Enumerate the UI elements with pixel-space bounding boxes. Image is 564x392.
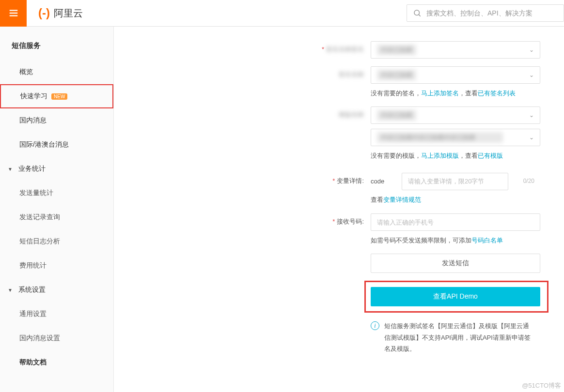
form-row-info: i 短信服务测试签名【阿里云通信】及模版【阿里云通信测试模版】不支持API调用，… bbox=[114, 320, 549, 354]
sidebar-item-intl[interactable]: 国际/港澳台消息 bbox=[0, 133, 113, 157]
form-label-redacted: *签名名称签名 bbox=[114, 41, 371, 54]
sidebar-group-stats[interactable]: ▼ 业务统计 bbox=[0, 157, 113, 181]
svg-line-4 bbox=[419, 15, 420, 16]
var-helper: 查看变量详情规范 bbox=[371, 195, 540, 205]
main: 短信服务 概览 快速学习 NEW 国内消息 国际/港澳台消息 ▼ 业务统计 发送… bbox=[0, 27, 564, 392]
variable-input[interactable] bbox=[402, 173, 508, 190]
form-row-select1: *签名名称签名 内容已隐藏 ⌄ bbox=[114, 41, 549, 59]
api-demo-highlight-box: 查看API Demo bbox=[364, 281, 548, 313]
link-var-spec[interactable]: 变量详情规范 bbox=[383, 196, 421, 203]
sidebar-item-label: 快速学习 bbox=[20, 92, 47, 101]
sidebar-item-label: 国际/港澳台消息 bbox=[19, 140, 69, 149]
content: *签名名称签名 内容已隐藏 ⌄ 签名名称 内容已隐藏 ⌄ 没有需要的签名，马上添… bbox=[114, 27, 564, 392]
sidebar-item-send-stats[interactable]: 发送量统计 bbox=[0, 181, 113, 205]
sidebar-item-send-records[interactable]: 发送记录查询 bbox=[0, 205, 113, 229]
sidebar-item-help-docs[interactable]: 帮助文档 bbox=[0, 350, 113, 375]
form-row-select2: 签名名称 内容已隐藏 ⌄ 没有需要的签名，马上添加签名，查看已有签名列表 bbox=[114, 66, 549, 99]
send-sms-button[interactable]: 发送短信 bbox=[371, 254, 540, 273]
view-api-demo-button[interactable]: 查看API Demo bbox=[371, 287, 540, 306]
caret-down-icon: ▼ bbox=[8, 166, 13, 172]
info-text: 短信服务测试签名【阿里云通信】及模版【阿里云通信测试模版】不支持API调用，调试… bbox=[384, 320, 534, 354]
sidebar-item-label: 国内消息设置 bbox=[19, 334, 60, 343]
phone-helper: 如需号码不受发送频率限制，可添加号码白名单 bbox=[371, 236, 540, 246]
phone-input[interactable] bbox=[371, 213, 540, 231]
sidebar-item-label: 概览 bbox=[19, 68, 33, 76]
sidebar-item-domestic[interactable]: 国内消息 bbox=[0, 108, 113, 133]
sidebar-item-label: 费用统计 bbox=[19, 261, 47, 270]
form-label-redacted: 模版名称 bbox=[114, 106, 371, 119]
link-add-template[interactable]: 马上添加模版 bbox=[421, 152, 459, 159]
link-add-signature[interactable]: 马上添加签名 bbox=[421, 90, 459, 97]
form-label-empty bbox=[114, 129, 371, 133]
menu-button[interactable] bbox=[0, 0, 27, 27]
sidebar-title: 短信服务 bbox=[0, 27, 113, 60]
select-value-redacted: 内容已隐藏 bbox=[377, 70, 416, 80]
caret-down-icon: ▼ bbox=[8, 287, 13, 293]
logo-mark-icon: (-) bbox=[38, 6, 50, 20]
link-signature-list[interactable]: 已有签名列表 bbox=[478, 90, 516, 97]
sidebar: 短信服务 概览 快速学习 NEW 国内消息 国际/港澳台消息 ▼ 业务统计 发送… bbox=[0, 27, 114, 392]
form-row-api-demo: 查看API Demo bbox=[114, 281, 549, 313]
sidebar-item-domestic-settings[interactable]: 国内消息设置 bbox=[0, 326, 113, 350]
sidebar-item-general-settings[interactable]: 通用设置 bbox=[0, 302, 113, 326]
select-value-redacted: 内容已隐藏内容已隐藏内容已隐藏 bbox=[377, 132, 503, 143]
sidebar-item-cost-stats[interactable]: 费用统计 bbox=[0, 254, 113, 278]
info-icon: i bbox=[371, 321, 379, 330]
signature-helper: 没有需要的签名，马上添加签名，查看已有签名列表 bbox=[371, 89, 540, 99]
select-value-redacted: 内容已隐藏 bbox=[377, 45, 416, 55]
form-row-select4: 内容已隐藏内容已隐藏内容已隐藏 ⌄ 没有需要的模版，马上添加模版，查看已有模版 bbox=[114, 129, 549, 161]
sidebar-group-label: 系统设置 bbox=[18, 286, 46, 294]
search-box[interactable] bbox=[407, 4, 564, 22]
link-template-list[interactable]: 已有模版 bbox=[478, 152, 503, 159]
form-row-send-btn: 发送短信 bbox=[114, 254, 549, 273]
form-label-phone: *接收号码: bbox=[114, 213, 371, 226]
logo[interactable]: (-) 阿里云 bbox=[38, 6, 83, 20]
select-field-3[interactable]: 内容已隐藏 ⌄ bbox=[371, 106, 540, 124]
sidebar-item-log-analysis[interactable]: 短信日志分析 bbox=[0, 229, 113, 254]
sidebar-group-label: 业务统计 bbox=[18, 165, 46, 173]
svg-point-3 bbox=[414, 10, 420, 15]
form-label-redacted: 签名名称 bbox=[114, 66, 371, 79]
new-badge: NEW bbox=[51, 93, 67, 100]
var-char-count: 0/20 bbox=[523, 178, 534, 184]
sidebar-item-overview[interactable]: 概览 bbox=[0, 60, 113, 84]
sidebar-item-quick-learn[interactable]: 快速学习 NEW bbox=[0, 84, 113, 108]
header: (-) 阿里云 bbox=[0, 0, 564, 27]
select-value-redacted: 内容已隐藏 bbox=[377, 110, 416, 121]
form-row-select3: 模版名称 内容已隐藏 ⌄ bbox=[114, 106, 549, 124]
watermark: @51CTO博客 bbox=[522, 381, 561, 390]
sidebar-item-label: 发送量统计 bbox=[19, 189, 53, 197]
chevron-down-icon: ⌄ bbox=[529, 112, 534, 119]
link-whitelist[interactable]: 号码白名单 bbox=[471, 237, 503, 244]
chevron-down-icon: ⌄ bbox=[529, 134, 534, 141]
chevron-down-icon: ⌄ bbox=[529, 46, 534, 53]
form-label-variable: *变量详情: bbox=[114, 173, 371, 185]
sidebar-item-label: 发送记录查询 bbox=[19, 213, 60, 222]
hamburger-icon bbox=[8, 8, 19, 18]
form-row-phone: *接收号码: 如需号码不受发送频率限制，可添加号码白名单 bbox=[114, 213, 549, 246]
var-code-label: code bbox=[371, 178, 394, 185]
search-icon bbox=[413, 9, 422, 17]
logo-text: 阿里云 bbox=[54, 7, 83, 20]
sidebar-item-label: 通用设置 bbox=[19, 310, 47, 318]
sidebar-item-label: 帮助文档 bbox=[19, 358, 47, 367]
sidebar-item-label: 短信日志分析 bbox=[19, 237, 60, 246]
form-row-variable: *变量详情: code 0/20 查看变量详情规范 bbox=[114, 173, 549, 205]
sidebar-item-label: 国内消息 bbox=[19, 116, 47, 125]
chevron-down-icon: ⌄ bbox=[529, 72, 534, 78]
search-input[interactable] bbox=[426, 9, 558, 17]
sidebar-group-settings[interactable]: ▼ 系统设置 bbox=[0, 278, 113, 302]
select-field-1[interactable]: 内容已隐藏 ⌄ bbox=[371, 41, 540, 59]
select-field-4[interactable]: 内容已隐藏内容已隐藏内容已隐藏 ⌄ bbox=[371, 129, 540, 146]
template-helper: 没有需要的模版，马上添加模版，查看已有模版 bbox=[371, 151, 540, 161]
select-field-2[interactable]: 内容已隐藏 ⌄ bbox=[371, 66, 540, 84]
